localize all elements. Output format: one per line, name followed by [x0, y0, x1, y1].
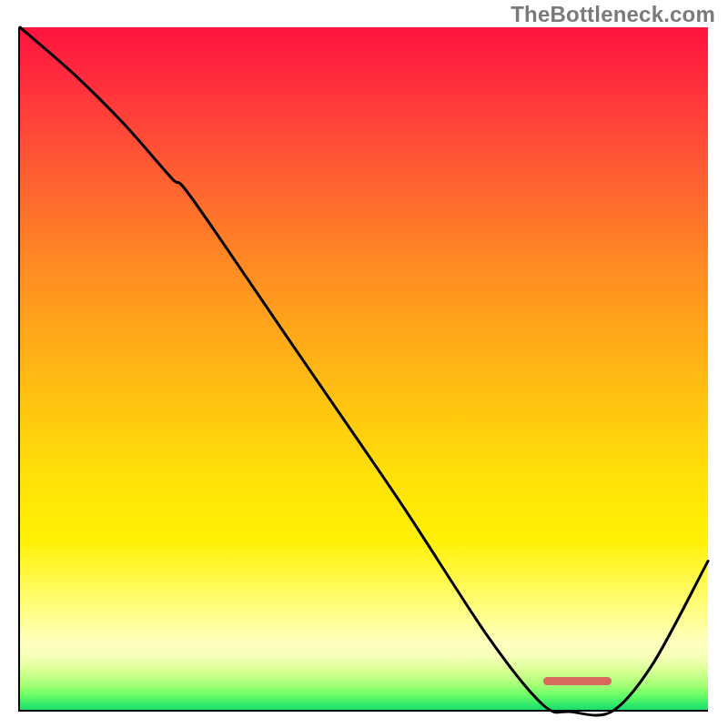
bottleneck-curve — [20, 27, 708, 712]
bottleneck-chart: TheBottleneck.com — [0, 0, 728, 728]
curve-path — [20, 27, 708, 715]
watermark-text: TheBottleneck.com — [511, 2, 715, 27]
optimal-range-marker — [543, 677, 612, 685]
